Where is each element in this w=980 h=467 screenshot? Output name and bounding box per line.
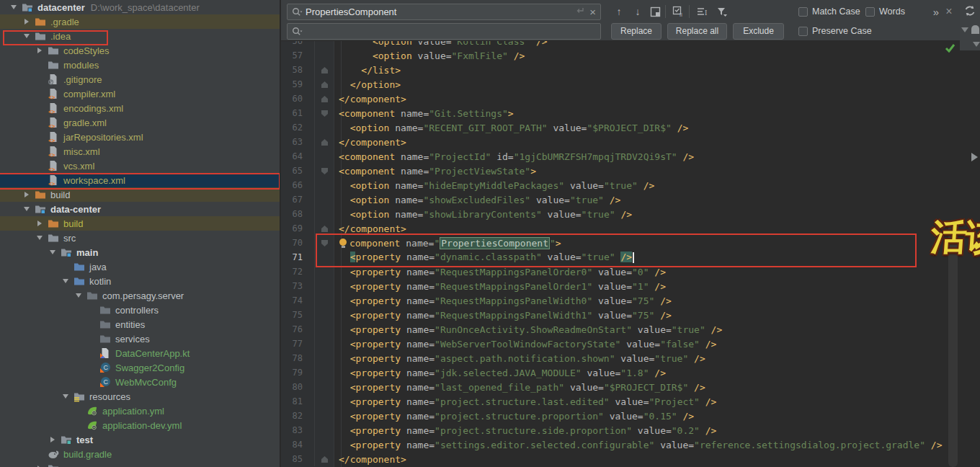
replace-button[interactable]: Replace — [611, 23, 662, 40]
tree-item-data-center[interactable]: data-center — [0, 202, 280, 216]
chevron-right-icon[interactable] — [32, 221, 48, 226]
tree-item-build[interactable]: build — [0, 187, 280, 202]
tree-item-com.persagy.server[interactable]: com.persagy.server — [0, 288, 280, 303]
tree-item-Swagger2Config[interactable]: CSwagger2Config — [0, 360, 280, 375]
code-line-76[interactable]: 76 <property name="RunOnceActivity.ShowR… — [281, 322, 961, 337]
fold-marker-icon[interactable] — [314, 236, 334, 250]
chevron-down-icon[interactable] — [6, 5, 22, 9]
intention-bulb-icon[interactable] — [339, 239, 348, 248]
search-field[interactable]: × — [287, 4, 601, 20]
code-line-70[interactable]: 70component name="PropertiesComponent"> — [281, 236, 961, 250]
words-box[interactable] — [865, 7, 875, 17]
close-find-bar-icon[interactable]: × — [941, 4, 957, 19]
chevron-right-icon[interactable] — [32, 48, 48, 53]
tree-item-test[interactable]: test — [0, 432, 280, 447]
tree-item-partial[interactable] — [0, 461, 280, 467]
code-line-82[interactable]: 82 <property name="project.structure.pro… — [281, 409, 961, 423]
code-line-57[interactable]: 57 <option value="FxmlFile" /> — [281, 48, 961, 63]
code-line-65[interactable]: 65<component name="ProjectViewState"> — [281, 164, 961, 178]
code-line-77[interactable]: 77 <property name="WebServerToolWindowFa… — [281, 337, 961, 351]
tree-item-datacenter[interactable]: datacenterD:\work_space\datacenter — [0, 0, 280, 14]
code-line-69[interactable]: 69</component> — [281, 221, 961, 236]
preserve-case-box[interactable] — [798, 27, 808, 36]
dropdown-triangle-icon[interactable] — [973, 42, 980, 47]
chevron-right-icon[interactable] — [19, 19, 35, 25]
code-line-72[interactable]: 72 <property name="RequestMappingsPanelO… — [281, 264, 961, 279]
words-checkbox[interactable]: Words — [865, 6, 905, 17]
tree-item-.gradle[interactable]: .gradle — [0, 14, 280, 29]
open-in-find-window-icon[interactable] — [647, 4, 663, 19]
search-filter-icon[interactable] — [714, 4, 730, 19]
preserve-case-checkbox[interactable]: Preserve Case — [798, 26, 872, 36]
code-line-84[interactable]: 84 <property name="settings.editor.selec… — [281, 437, 961, 452]
tree-item-entities[interactable]: entities — [0, 317, 280, 332]
tree-item-encodings.xml[interactable]: <>encodings.xml — [0, 101, 280, 115]
refresh-icon[interactable] — [963, 4, 976, 20]
code-line-68[interactable]: 68 <option name="showLibraryContents" va… — [281, 207, 961, 221]
tree-item-services[interactable]: services — [0, 332, 280, 346]
tree-item-resources[interactable]: resources — [0, 389, 280, 404]
code-area[interactable]: 56 <option value="Kotlin Class" />57 <op… — [281, 34, 961, 466]
code-line-81[interactable]: 81 <property name="project.structure.las… — [281, 394, 961, 409]
match-case-checkbox[interactable]: Match Case — [798, 6, 860, 17]
fold-marker-icon[interactable] — [314, 135, 334, 149]
code-line-63[interactable]: 63</component> — [281, 135, 961, 149]
code-line-61[interactable]: 61<component name="Git.Settings"> — [281, 106, 961, 120]
tree-item-kotlin[interactable]: kotlin — [0, 274, 280, 288]
tree-item-application-dev.yml[interactable]: application-dev.yml — [0, 418, 280, 432]
clear-search-icon[interactable]: × — [589, 6, 596, 18]
code-line-62[interactable]: 62 <option name="RECENT_GIT_ROOT_PATH" v… — [281, 120, 961, 135]
tree-item-vcs.xml[interactable]: <>vcs.xml — [0, 159, 280, 173]
tree-item-.idea[interactable]: .idea — [0, 29, 280, 43]
code-line-58[interactable]: 58 </list> — [281, 63, 961, 77]
code-line-67[interactable]: 67 <option name="showExcludedFiles" valu… — [281, 192, 961, 207]
code-line-73[interactable]: 73 <property name="RequestMappingsPanelO… — [281, 279, 961, 293]
code-line-74[interactable]: 74 <property name="RequestMappingsPanelW… — [281, 293, 961, 308]
tree-item-jarRepositories.xml[interactable]: <>jarRepositories.xml — [0, 130, 280, 144]
newline-icon[interactable] — [575, 6, 585, 17]
code-line-78[interactable]: 78 <property name="aspect.path.notificat… — [281, 351, 961, 365]
code-line-80[interactable]: 80 <property name="last_opened_file_path… — [281, 380, 961, 394]
replace-field[interactable] — [287, 23, 601, 40]
tree-item-gradle.xml[interactable]: <>gradle.xml — [0, 115, 280, 130]
fold-marker-icon[interactable] — [314, 92, 334, 106]
code-line-66[interactable]: 66 <option name="hideEmptyMiddlePackages… — [281, 178, 961, 192]
fold-marker-icon[interactable] — [314, 221, 334, 236]
tree-item-codeStyles[interactable]: codeStyles — [0, 43, 280, 58]
tree-item-build.gradle[interactable]: build.gradle — [0, 447, 280, 461]
search-input[interactable] — [306, 6, 575, 17]
inspections-ok-icon[interactable] — [945, 43, 956, 55]
chevron-down-icon[interactable] — [19, 34, 35, 38]
next-occurrence-icon[interactable]: ↓ — [630, 4, 646, 19]
code-line-59[interactable]: 59 </option> — [281, 77, 961, 92]
tree-item-modules[interactable]: modules — [0, 58, 280, 72]
code-line-75[interactable]: 75 <property name="RequestMappingsPanelW… — [281, 308, 961, 322]
chevron-down-icon[interactable] — [58, 394, 74, 399]
tree-item-compiler.xml[interactable]: <>compiler.xml — [0, 86, 280, 101]
code-line-83[interactable]: 83 <property name="project.structure.sid… — [281, 423, 961, 437]
fold-marker-icon[interactable] — [314, 63, 334, 77]
tree-item-application.yml[interactable]: application.yml — [0, 404, 280, 418]
fold-marker-icon[interactable] — [314, 164, 334, 178]
chevron-down-icon[interactable] — [71, 293, 86, 298]
code-line-60[interactable]: 60</component> — [281, 92, 961, 106]
fold-marker-icon[interactable] — [314, 452, 334, 466]
tree-item-workspace.xml[interactable]: <>workspace.xml — [0, 173, 280, 187]
tree-item-src[interactable]: src — [0, 231, 280, 245]
tree-item-WebMvcConfg[interactable]: CWebMvcConfg — [0, 375, 280, 389]
exclude-button[interactable]: Exclude — [733, 23, 784, 40]
chevron-down-icon[interactable] — [45, 250, 61, 254]
chevron-right-icon[interactable] — [45, 437, 61, 442]
search-in-selection-icon[interactable]: I — [695, 4, 710, 19]
match-case-box[interactable] — [798, 7, 808, 17]
previous-occurrence-icon[interactable]: ↑ — [611, 4, 627, 19]
fold-marker-icon[interactable] — [314, 106, 334, 120]
tree-item-.gitignore[interactable]: .gitignore — [0, 72, 280, 86]
chevron-down-icon[interactable] — [19, 207, 35, 211]
code-line-71[interactable]: 71 <property name="dynamic.classpath" va… — [281, 250, 961, 264]
chevron-down-icon[interactable] — [32, 236, 48, 240]
tree-item-main[interactable]: main — [0, 245, 280, 259]
chevron-down-icon[interactable] — [58, 279, 74, 283]
code-line-64[interactable]: 64<component name="ProjectId" id="1gjCbU… — [281, 149, 961, 164]
ghost-icon[interactable] — [971, 25, 979, 34]
